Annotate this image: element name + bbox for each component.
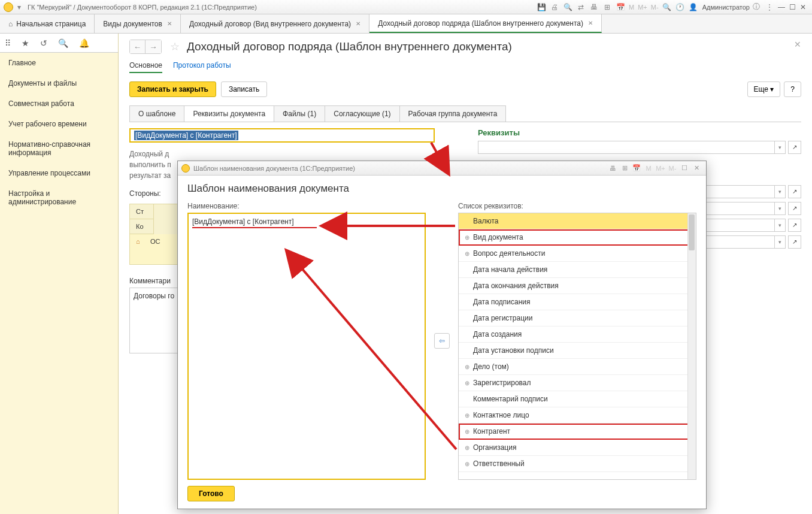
history-icon[interactable]: ↺ (40, 38, 47, 48)
requisite-item[interactable]: Дата регистрации (459, 310, 696, 326)
back-button[interactable]: ← (130, 40, 146, 53)
m-minus-label[interactable]: M- (668, 165, 677, 172)
tab-doc-types[interactable]: Виды документов ✕ (95, 14, 181, 33)
requisite-item[interactable]: Комментарий подписи (459, 391, 696, 407)
help-button[interactable]: ? (784, 81, 801, 97)
tab-close-icon[interactable]: ✕ (167, 20, 172, 27)
sub-tab-files[interactable]: Файлы (1) (274, 105, 325, 122)
expand-icon: ⊕ (465, 234, 473, 241)
scrollbar[interactable] (687, 213, 696, 479)
maximize-button[interactable]: ☐ (787, 3, 798, 11)
requisite-label: Организация (473, 443, 516, 452)
tab-income-contract-template[interactable]: Доходный договор подряда (Шаблон внутрен… (369, 14, 602, 33)
print-icon[interactable]: 🖶 (608, 165, 617, 172)
requisite-label: Комментарий подписи (473, 395, 548, 403)
requisite-item[interactable]: Дата подписания (459, 294, 696, 310)
open-button[interactable]: ↗ (788, 185, 801, 198)
bell-icon[interactable]: 🔔 (79, 38, 89, 48)
requisite-item[interactable]: Дата начала действия (459, 262, 696, 278)
dialog-maximize-icon[interactable]: ☐ (680, 164, 689, 172)
open-button[interactable]: ↗ (788, 235, 801, 249)
m-label[interactable]: M (629, 4, 634, 11)
tab-income-contract[interactable]: Доходный договор (Вид внутреннего докуме… (181, 14, 369, 33)
requisite-label: Дата установки подписи (473, 346, 554, 355)
m-plus-label[interactable]: M+ (656, 165, 665, 172)
calc-icon[interactable]: ⊞ (620, 164, 629, 172)
insert-arrow-button[interactable]: ⇦ (434, 333, 450, 349)
name-value: [ВидДокумента] с [Контрагент] (192, 217, 294, 226)
tab-close-icon[interactable]: ✕ (356, 20, 360, 27)
requisite-label: Вид документа (473, 233, 523, 241)
user-name[interactable]: Администратор (702, 4, 750, 11)
clock-icon[interactable]: 🕐 (675, 2, 686, 13)
menu-icon[interactable]: ⋮ (764, 2, 775, 13)
name-template-dialog: Шаблон наименования документа (1С:Предпр… (177, 161, 707, 509)
print2-icon[interactable]: 🖶 (589, 2, 599, 13)
calendar-icon[interactable]: 📅 (615, 2, 626, 13)
name-template-field[interactable]: [ВидДокумента] с [Контрагент] (129, 128, 435, 143)
calc-icon[interactable]: ⊞ (602, 2, 613, 13)
sub-tab-about[interactable]: О шаблоне (129, 105, 184, 122)
open-button[interactable]: ↗ (788, 202, 801, 215)
save-close-button[interactable]: Записать и закрыть (129, 81, 216, 97)
minimize-button[interactable]: — (776, 3, 787, 11)
calendar-icon[interactable]: 📅 (632, 164, 641, 172)
print-icon[interactable]: 🖨 (549, 2, 560, 13)
requisite-item[interactable]: Дата установки подписи (459, 343, 696, 359)
m-plus-label[interactable]: M+ (638, 4, 647, 11)
forward-button[interactable]: → (146, 40, 161, 53)
compare-icon[interactable]: ⇄ (575, 2, 586, 13)
content-close-icon[interactable]: ✕ (794, 40, 801, 49)
requisite-item[interactable]: ⊕Организация (459, 440, 696, 456)
close-button[interactable]: ✕ (798, 3, 808, 11)
view-tab-main[interactable]: Основное (129, 61, 162, 73)
sidebar-item-main[interactable]: Главное (0, 53, 118, 73)
star-icon[interactable]: ★ (22, 38, 29, 48)
save-icon[interactable]: 💾 (536, 2, 547, 13)
sidebar-item-time[interactable]: Учет рабочего времени (0, 114, 118, 134)
view-tab-protocol[interactable]: Протокол работы (173, 61, 231, 73)
requisite-item[interactable]: ⊕Дело (том) (459, 359, 696, 375)
home-small-icon: ⌂ (136, 238, 140, 245)
m-label[interactable]: M (644, 165, 653, 172)
sub-tab-requisites[interactable]: Реквизиты документа (184, 105, 274, 122)
sidebar-item-nsi[interactable]: Нормативно-справочная информация (0, 134, 118, 163)
more-button[interactable]: Еще ▾ (747, 81, 781, 97)
requisite-item[interactable]: Валюта (459, 213, 696, 229)
sub-tab-approvers[interactable]: Согласующие (1) (325, 105, 399, 122)
apps-icon[interactable]: ⠿ (5, 38, 11, 48)
requisite-item[interactable]: ⊕Зарегистрировал (459, 375, 696, 391)
requisite-item[interactable]: ⊕Вопрос деятельности (459, 246, 696, 262)
dropdown-icon[interactable]: ▾ (16, 4, 23, 11)
sub-tab-workgroup[interactable]: Рабочая группа документа (399, 105, 507, 122)
app-logo-icon (4, 2, 13, 12)
sidebar-item-admin[interactable]: Настройка и администрирование (0, 183, 118, 212)
search-icon[interactable]: 🔍 (58, 38, 68, 48)
sidebar-item-docs[interactable]: Документы и файлы (0, 73, 118, 93)
requisite-item[interactable]: Дата создания (459, 326, 696, 343)
annotation-underline (192, 227, 317, 228)
dialog-close-icon[interactable]: ✕ (692, 164, 701, 172)
requisite-item[interactable]: ⊕Вид документа (459, 229, 696, 246)
open-button[interactable]: ↗ (788, 219, 801, 232)
info-icon[interactable]: ⓘ (751, 2, 762, 13)
m-minus-label[interactable]: M- (651, 4, 659, 11)
save-button[interactable]: Записать (221, 81, 267, 97)
tab-close-icon[interactable]: ✕ (588, 20, 593, 26)
sidebar-item-collab[interactable]: Совместная работа (0, 93, 118, 114)
requisite-item[interactable]: ⊕Контактное лицо (459, 407, 696, 424)
ready-button[interactable]: Готово (187, 486, 235, 501)
requisite-item[interactable]: ⊕Контрагент (459, 424, 696, 440)
tab-home[interactable]: ⌂ Начальная страница (0, 14, 95, 33)
expand-icon: ⊕ (465, 250, 473, 257)
preview-icon[interactable]: 🔍 (562, 2, 573, 13)
zoom-icon[interactable]: 🔍 (662, 2, 672, 13)
requisites-list[interactable]: Валюта⊕Вид документа⊕Вопрос деятельности… (458, 213, 696, 480)
requisite-item[interactable]: Дата окончания действия (459, 278, 696, 294)
requisite-item[interactable]: ⊕Ответственный (459, 456, 696, 472)
sidebar-item-processes[interactable]: Управление процессами (0, 163, 118, 183)
favorite-star-icon[interactable]: ☆ (170, 40, 180, 53)
open-button[interactable]: ↗ (788, 141, 801, 154)
dropdown-field[interactable]: ▾ (478, 141, 786, 154)
name-textarea[interactable]: [ВидДокумента] с [Контрагент] (187, 213, 426, 480)
